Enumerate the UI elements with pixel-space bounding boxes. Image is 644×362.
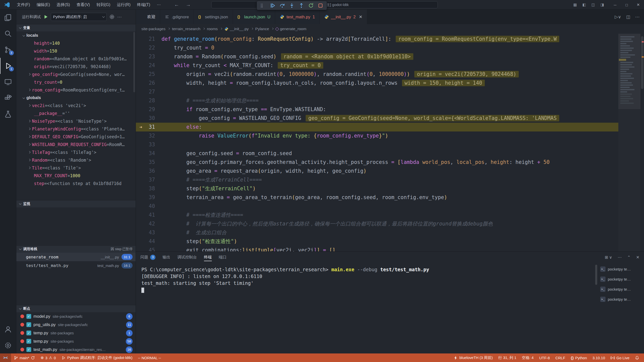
restart-icon[interactable] bbox=[307, 2, 315, 9]
variable-row[interactable]: PlanetaryWindConfig = <class 'Planeta… bbox=[16, 125, 136, 133]
menu-选择(S)[interactable]: 选择(S) bbox=[53, 0, 73, 10]
breakpoint-row[interactable]: ✓temp.pysite-packages1 bbox=[16, 329, 136, 337]
checkbox-checked-icon[interactable]: ✓ bbox=[26, 347, 31, 352]
more-actions-icon[interactable]: ··· bbox=[117, 14, 122, 20]
gear-icon[interactable] bbox=[109, 14, 115, 20]
statusbar-language-mode[interactable]: {}Python bbox=[568, 353, 590, 362]
code-line-35[interactable]: 35 geo_config.primary_forces.geothermal_… bbox=[136, 158, 640, 167]
panel-tab-问题[interactable]: 问题3 bbox=[140, 252, 155, 263]
breadcrumb-item[interactable]: terrain_research bbox=[172, 27, 200, 31]
panel-tab-调试控制台[interactable]: 调试控制台 bbox=[177, 252, 197, 263]
terminal-output[interactable]: PS C:\computer_science\godot-ldtk\site-p… bbox=[136, 263, 598, 353]
terminal-session[interactable]: >_pocketpy te… bbox=[598, 275, 644, 283]
nav-back-icon[interactable]: ← bbox=[174, 2, 179, 8]
activitybar-settings[interactable] bbox=[0, 337, 16, 353]
terminal-session[interactable]: >_pocketpy te… bbox=[598, 265, 644, 273]
tab-launch.json[interactable]: {}launch.jsonU bbox=[233, 10, 275, 24]
variable-group-locals[interactable]: locals bbox=[16, 31, 136, 39]
breadcrumb-item[interactable]: rooms bbox=[207, 27, 218, 31]
tab-__init__.py[interactable]: __init__.py2✕ bbox=[320, 10, 367, 24]
terminal-session[interactable]: >_pocketpy te… bbox=[598, 295, 644, 303]
variable-row[interactable]: origin = vec2i(7205730, 9024468) bbox=[16, 63, 136, 70]
statusbar-python-version[interactable]: 3.10.10 bbox=[590, 353, 608, 362]
minimap[interactable] bbox=[618, 34, 640, 251]
variable-row[interactable]: MAX_TRY_COUNT = 1000 bbox=[16, 172, 136, 179]
code-line-22[interactable]: 22 try_count = 0 bbox=[136, 43, 640, 52]
close-panel-icon[interactable]: ✕ bbox=[636, 255, 639, 260]
panel-tab-端口[interactable]: 端口 bbox=[219, 252, 227, 263]
variable-row[interactable]: height = 140 bbox=[16, 39, 136, 47]
code-line-44[interactable]: 44 step("检查连通性") bbox=[136, 237, 640, 246]
variable-row[interactable]: Random = <class 'Random'> bbox=[16, 156, 136, 164]
stop-icon[interactable] bbox=[316, 2, 325, 9]
tab-settings.json[interactable]: {}settings.json bbox=[194, 10, 233, 24]
new-terminal-icon[interactable]: ⊞ ∨ bbox=[605, 255, 612, 260]
activitybar-explorer[interactable] bbox=[0, 10, 16, 26]
code-line-29[interactable]: 29 if room_config.env_type == EnvType.WA… bbox=[136, 105, 640, 114]
variable-row[interactable]: width = 150 bbox=[16, 47, 136, 55]
code-editor[interactable]: 21def generate_room(room_config: RoomReq… bbox=[136, 34, 644, 251]
statusbar-indentation[interactable]: 空格: 4 bbox=[519, 353, 537, 362]
code-line-21[interactable]: 21def generate_room(room_config: RoomReq… bbox=[136, 35, 640, 43]
code-line-27[interactable]: 27 bbox=[136, 87, 640, 96]
close-icon[interactable]: ✕ bbox=[632, 3, 644, 7]
checkbox-checked-icon[interactable]: ✓ bbox=[26, 331, 31, 335]
statusbar-eol[interactable]: CRLF bbox=[553, 353, 568, 362]
checkbox-checked-icon[interactable]: ✓ bbox=[26, 339, 31, 344]
statusbar-debug-config[interactable]: Python 调试程序: 启动文件 (godot-ldtk) bbox=[59, 353, 135, 362]
code-line-33[interactable]: 33 bbox=[136, 140, 640, 149]
maximize-icon[interactable]: □ bbox=[621, 3, 632, 7]
code-line-37[interactable]: 37 # ====生成TerrainCell==== bbox=[136, 175, 640, 184]
variable-row[interactable]: vec2i = <class 'vec2i'> bbox=[16, 102, 136, 109]
variable-row[interactable]: WASTELAND_ROOM_REQUEST_CONFIG = RoomR… bbox=[16, 141, 136, 148]
breakpoint-row[interactable]: ✓model.pysite-packages\wfc6 bbox=[16, 312, 136, 321]
menu-查看(V)[interactable]: 查看(V) bbox=[73, 0, 93, 10]
checkbox-checked-icon[interactable]: ✓ bbox=[26, 322, 31, 327]
code-line-31[interactable]: ➜31 else: bbox=[136, 123, 640, 131]
activitybar-extensions[interactable] bbox=[0, 90, 16, 106]
menu-终端(T)[interactable]: 终端(T) bbox=[134, 0, 153, 10]
code-line-38[interactable]: 38 step("生成TerrainCell") bbox=[136, 184, 640, 193]
sidebar-left-icon[interactable]: ◧ bbox=[580, 3, 588, 7]
maximize-panel-icon[interactable]: ⌃ bbox=[627, 255, 630, 260]
breakpoint-row[interactable]: ✓temp.pysite-packages58 bbox=[16, 337, 136, 345]
more-actions-icon[interactable]: ⋯ bbox=[618, 255, 622, 260]
step-over-icon[interactable] bbox=[278, 2, 287, 9]
statusbar-vim-mode[interactable]: -- NORMAL -- bbox=[135, 353, 164, 362]
code-line-24[interactable]: 24 while try_count < MAX_TRY_COUNT:try_c… bbox=[136, 61, 640, 70]
variable-row[interactable]: try_count = 0 bbox=[16, 78, 136, 86]
breadcrumb-item[interactable]: site-packages bbox=[141, 27, 166, 31]
panel-bottom-icon[interactable]: ◫ bbox=[589, 3, 597, 7]
tab-欢迎[interactable]: 欢迎 bbox=[136, 10, 160, 24]
terminal-session[interactable]: >_pocketpy te… bbox=[598, 285, 644, 293]
continue-icon[interactable] bbox=[268, 2, 277, 9]
watch-pane-header[interactable]: 监视 bbox=[16, 200, 136, 207]
breakpoint-row[interactable]: ✓test_math.pysite-packages\terrain_res…1… bbox=[16, 345, 136, 353]
code-line-26[interactable]: 26 width, height = room_config.layout.n_… bbox=[136, 79, 640, 87]
code-line-40[interactable]: 40 bbox=[136, 202, 640, 211]
variable-row[interactable]: NoiseType = <class 'NoiseType'> bbox=[16, 117, 136, 125]
variable-group-globals[interactable]: globals bbox=[16, 94, 136, 102]
activitybar-remote-explorer[interactable] bbox=[0, 74, 16, 90]
code-line-42[interactable]: 42 # 计算每一个出口的中心，然后使用astar生成路径，确保每一个出口组合都… bbox=[136, 219, 640, 228]
statusbar-go-live[interactable]: Go Live bbox=[608, 353, 632, 362]
activitybar-source-control[interactable]: 3 bbox=[0, 42, 16, 58]
variable-row[interactable]: geo_config = GeoConfig(seed=None, wor… bbox=[16, 70, 136, 78]
editor-scrollbar[interactable] bbox=[640, 34, 644, 251]
statusbar-git-branch[interactable]: main* bbox=[11, 353, 38, 362]
code-line-43[interactable]: 43 # 生成出口组合 bbox=[136, 228, 640, 237]
code-line-23[interactable]: 23 random = Random(room_config.seed)rand… bbox=[136, 52, 640, 61]
nav-forward-icon[interactable]: → bbox=[186, 2, 191, 8]
minimize-icon[interactable]: ─ bbox=[609, 3, 621, 7]
statusbar-notifications[interactable] bbox=[632, 353, 642, 362]
statusbar-gitlens-blame[interactable]: blueloveTH (3 周前) bbox=[451, 353, 496, 362]
stack-frame[interactable]: test/test_math.pytest_math.py16:1 bbox=[16, 261, 136, 270]
statusbar-problems[interactable]: ⊗3⚠0 bbox=[38, 353, 59, 362]
statusbar-encoding[interactable]: UTF-8 bbox=[536, 353, 553, 362]
sidebar-right-icon[interactable]: ◨ bbox=[598, 3, 606, 7]
activitybar-search[interactable] bbox=[0, 26, 16, 42]
code-line-32[interactable]: 32 raise ValueError(f"Invalid env type: … bbox=[136, 131, 640, 140]
menu-···[interactable]: ··· bbox=[153, 0, 164, 10]
menu-运行(R)[interactable]: 运行(R) bbox=[114, 0, 134, 10]
statusbar-remote-indicator[interactable]: >< bbox=[0, 353, 11, 362]
